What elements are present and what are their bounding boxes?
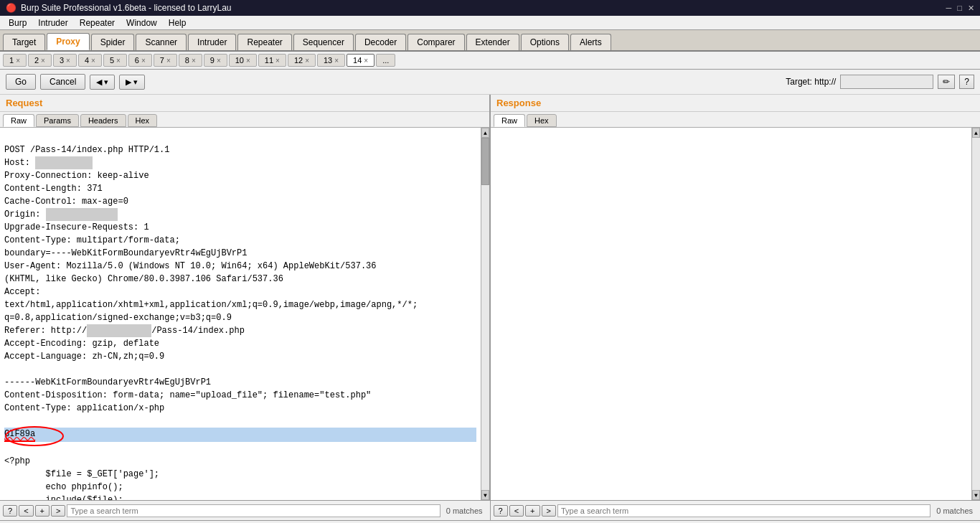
maximize-button[interactable]: □ xyxy=(957,4,962,13)
request-line-3: Proxy-Connection: keep-alive xyxy=(4,171,149,181)
tab-scanner[interactable]: Scanner xyxy=(136,34,187,50)
sub-tabs: 1 × 2 × 3 × 4 × 5 × 6 × 7 × 8 × 9 × 10 ×… xyxy=(0,52,980,70)
request-search-input[interactable] xyxy=(67,504,440,517)
sub-tab-7[interactable]: 7 × xyxy=(154,54,177,67)
response-scrollbar[interactable]: ▲ ▼ xyxy=(971,128,980,500)
request-tab-hex[interactable]: Hex xyxy=(128,114,158,127)
sub-tab-13[interactable]: 13 × xyxy=(317,54,345,67)
window-controls[interactable]: ─ □ ✕ xyxy=(946,4,974,13)
tab-options[interactable]: Options xyxy=(521,34,569,50)
cancel-button[interactable]: Cancel xyxy=(40,74,85,90)
response-scroll-down[interactable]: ▼ xyxy=(972,490,980,500)
close-tab-5[interactable]: × xyxy=(116,57,121,65)
close-tab-12[interactable]: × xyxy=(305,57,309,65)
request-line-4: Content-Length: 371 xyxy=(4,184,103,194)
target-input[interactable] xyxy=(840,75,933,89)
close-tab-3[interactable]: × xyxy=(66,57,70,65)
response-tab-raw[interactable]: Raw xyxy=(494,114,525,127)
request-scroll-down[interactable]: ▼ xyxy=(481,490,489,500)
request-scrollbar[interactable]: ▲ ▼ xyxy=(481,128,489,500)
nav-next-button[interactable]: ▶ ▾ xyxy=(119,75,144,90)
request-search-next[interactable]: > xyxy=(51,505,65,517)
response-search-add[interactable]: + xyxy=(525,505,540,517)
request-blank xyxy=(4,364,9,374)
sub-tab-1[interactable]: 1 × xyxy=(3,54,27,67)
response-search-help[interactable]: ? xyxy=(494,505,508,517)
request-scroll-up[interactable]: ▲ xyxy=(481,128,489,138)
close-tab-1[interactable]: × xyxy=(16,57,20,65)
tab-sequencer[interactable]: Sequencer xyxy=(293,34,354,50)
request-search-prev[interactable]: < xyxy=(19,505,33,517)
response-tab-hex[interactable]: Hex xyxy=(527,114,557,127)
sub-tab-3[interactable]: 3 × xyxy=(53,54,77,67)
menu-burp[interactable]: Burp xyxy=(3,17,32,29)
request-tab-headers[interactable]: Headers xyxy=(80,114,126,127)
request-scroll-track xyxy=(481,185,489,490)
request-php-open: <?php xyxy=(4,456,30,466)
tab-alerts[interactable]: Alerts xyxy=(570,34,611,50)
request-line-5: Cache-Control: max-age=0 xyxy=(4,197,128,207)
close-tab-11[interactable]: × xyxy=(275,57,280,65)
menu-repeater[interactable]: Repeater xyxy=(74,17,121,29)
sub-tab-more[interactable]: ... xyxy=(376,54,395,67)
sub-tab-14[interactable]: 14 × xyxy=(347,54,374,67)
tab-spider[interactable]: Spider xyxy=(91,34,135,50)
sub-tab-5[interactable]: 5 × xyxy=(103,54,127,67)
request-search-help[interactable]: ? xyxy=(3,505,17,517)
sub-tab-4[interactable]: 4 × xyxy=(78,54,102,67)
target-help-button[interactable]: ? xyxy=(959,75,974,89)
tab-proxy[interactable]: Proxy xyxy=(47,33,89,50)
request-search-add[interactable]: + xyxy=(35,505,50,517)
tab-decoder[interactable]: Decoder xyxy=(355,34,406,50)
sub-tab-10[interactable]: 10 × xyxy=(229,54,257,67)
response-panel-content: ▲ ▼ xyxy=(491,128,980,500)
close-tab-14[interactable]: × xyxy=(364,57,368,65)
tab-target[interactable]: Target xyxy=(3,34,45,50)
close-tab-6[interactable]: × xyxy=(141,57,146,65)
request-text-area[interactable]: POST /Pass-14/index.php HTTP/1.1 Host: P… xyxy=(0,128,481,500)
sub-tab-6[interactable]: 6 × xyxy=(128,54,152,67)
close-tab-10[interactable]: × xyxy=(246,57,250,65)
titlebar: 🔴 Burp Suite Professional v1.6beta - lic… xyxy=(0,0,980,16)
close-tab-8[interactable]: × xyxy=(192,57,196,65)
request-panel-content: POST /Pass-14/index.php HTTP/1.1 Host: P… xyxy=(0,128,489,500)
tab-comparer[interactable]: Comparer xyxy=(407,34,464,50)
minimize-button[interactable]: ─ xyxy=(946,4,952,13)
request-tab-params[interactable]: Params xyxy=(36,114,79,127)
request-boundary: ------WebKitFormBoundaryevRtr4wEgUjBVrP1 xyxy=(4,377,211,387)
close-tab-9[interactable]: × xyxy=(217,57,221,65)
request-line-6: Origin: xyxy=(4,209,118,220)
sub-tab-11[interactable]: 11 × xyxy=(258,54,286,67)
response-search-section: ? < + > 0 matches xyxy=(491,501,981,520)
sub-tab-12[interactable]: 12 × xyxy=(288,54,316,67)
response-text-area[interactable] xyxy=(491,128,971,500)
sub-tab-8[interactable]: 8 × xyxy=(179,54,202,67)
close-button[interactable]: ✕ xyxy=(968,4,974,13)
response-scroll-up[interactable]: ▲ xyxy=(972,128,980,138)
response-search-next[interactable]: > xyxy=(542,505,556,517)
target-edit-button[interactable]: ✏ xyxy=(938,75,955,89)
response-panel: Response Raw Hex ▲ ▼ xyxy=(491,95,980,500)
tab-intruder[interactable]: Intruder xyxy=(188,34,236,50)
request-line-12: Accept: xyxy=(4,287,40,297)
menu-intruder[interactable]: Intruder xyxy=(32,17,73,29)
tab-repeater[interactable]: Repeater xyxy=(237,34,291,50)
sub-tab-2[interactable]: 2 × xyxy=(28,54,52,67)
close-tab-13[interactable]: × xyxy=(334,57,339,65)
menu-window[interactable]: Window xyxy=(121,17,163,29)
tab-extender[interactable]: Extender xyxy=(466,34,519,50)
close-tab-7[interactable]: × xyxy=(166,57,171,65)
response-scroll-track xyxy=(972,138,980,490)
close-tab-4[interactable]: × xyxy=(91,57,95,65)
close-tab-2[interactable]: × xyxy=(41,57,45,65)
request-line-10: User-Agent: Mozilla/5.0 (Windows NT 10.0… xyxy=(4,261,376,271)
nav-prev-button[interactable]: ◀ ▾ xyxy=(90,75,115,90)
response-search-input[interactable] xyxy=(557,504,930,517)
go-button[interactable]: Go xyxy=(6,74,36,90)
sub-tab-9[interactable]: 9 × xyxy=(204,54,227,67)
request-line-11: (KHTML, like Gecko) Chrome/80.0.3987.106… xyxy=(4,274,283,284)
menu-help[interactable]: Help xyxy=(163,17,192,29)
response-search-prev[interactable]: < xyxy=(509,505,524,517)
request-tab-raw[interactable]: Raw xyxy=(3,114,34,127)
request-line-14: q=0.8,application/signed-exchange;v=b3;q… xyxy=(4,313,232,323)
